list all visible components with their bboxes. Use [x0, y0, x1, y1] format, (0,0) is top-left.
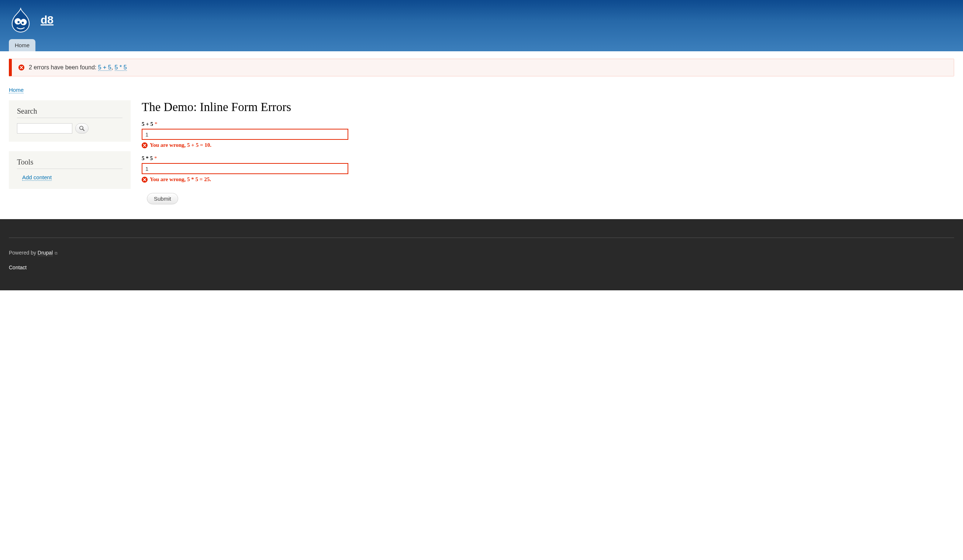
- breadcrumb: Home: [9, 87, 954, 93]
- required-marker: *: [154, 155, 157, 161]
- powered-by-prefix: Powered by: [9, 250, 37, 256]
- list-item: Add content: [17, 174, 123, 181]
- error-sep: ,: [112, 64, 115, 70]
- site-header: d8 Home: [0, 0, 963, 51]
- field2-input[interactable]: [142, 163, 348, 174]
- error-summary: 2 errors have been found: 5 + 5, 5 * 5: [9, 59, 954, 76]
- sidebar: Search Tools Add content: [9, 100, 131, 199]
- field2-error: You are wrong, 5 * 5 = 25.: [142, 176, 954, 183]
- nav-tab-home[interactable]: Home: [9, 39, 36, 51]
- form-item-1: 5 + 5* You are wrong, 5 + 5 = 10.: [142, 121, 954, 148]
- main-content: The Demo: Inline Form Errors 5 + 5* You …: [142, 100, 954, 204]
- external-link-icon: ⧉: [54, 251, 58, 255]
- search-icon: [79, 125, 85, 131]
- main-layout: Search Tools Add content: [9, 100, 954, 204]
- tools-menu: Add content: [17, 174, 123, 181]
- page-title: The Demo: Inline Form Errors: [142, 100, 954, 114]
- site-footer: Powered by Drupal ⧉ Contact: [0, 219, 963, 290]
- error-link-1[interactable]: 5 + 5: [98, 64, 112, 71]
- error-link-2[interactable]: 5 * 5: [115, 64, 127, 71]
- header-branding: d8: [9, 6, 954, 33]
- svg-point-3: [22, 22, 24, 24]
- field2-error-text: You are wrong, 5 * 5 = 25.: [150, 176, 211, 183]
- field1-input[interactable]: [142, 129, 348, 140]
- breadcrumb-home[interactable]: Home: [9, 87, 24, 93]
- required-marker: *: [155, 121, 157, 127]
- error-icon: [142, 177, 148, 183]
- drupal-drop-icon: [9, 7, 32, 33]
- powered-by-link[interactable]: Drupal: [37, 250, 53, 256]
- field1-error-text: You are wrong, 5 + 5 = 10.: [150, 142, 211, 148]
- contact-link[interactable]: Contact: [9, 264, 27, 270]
- field2-label-wrap: 5 * 5*: [142, 155, 157, 162]
- primary-nav: Home: [9, 39, 954, 51]
- field1-label-wrap: 5 + 5*: [142, 121, 157, 127]
- search-block-title: Search: [17, 107, 123, 118]
- search-form: [17, 123, 123, 134]
- field2-label: 5 * 5: [142, 155, 153, 161]
- search-block: Search: [9, 100, 131, 142]
- svg-line-5: [83, 129, 84, 131]
- footer-contact: Contact: [9, 264, 954, 270]
- add-content-link[interactable]: Add content: [22, 174, 52, 181]
- error-summary-prefix: 2 errors have been found:: [29, 64, 98, 70]
- field1-error: You are wrong, 5 + 5 = 10.: [142, 142, 954, 148]
- error-icon: [142, 142, 148, 148]
- field1-label: 5 + 5: [142, 121, 153, 127]
- powered-by: Powered by Drupal ⧉: [9, 250, 954, 256]
- site-logo[interactable]: [9, 6, 32, 33]
- page-body: 2 errors have been found: 5 + 5, 5 * 5 H…: [0, 51, 963, 219]
- search-submit-button[interactable]: [75, 123, 89, 134]
- form-item-2: 5 * 5* You are wrong, 5 * 5 = 25.: [142, 155, 954, 183]
- error-summary-text: 2 errors have been found: 5 + 5, 5 * 5: [29, 64, 127, 71]
- search-input[interactable]: [17, 123, 72, 134]
- site-name[interactable]: d8: [41, 14, 54, 26]
- footer-divider: [9, 238, 954, 238]
- submit-button[interactable]: Submit: [147, 193, 178, 204]
- tools-block: Tools Add content: [9, 151, 131, 189]
- error-icon: [18, 65, 24, 70]
- tools-block-title: Tools: [17, 158, 123, 169]
- svg-point-2: [17, 21, 19, 23]
